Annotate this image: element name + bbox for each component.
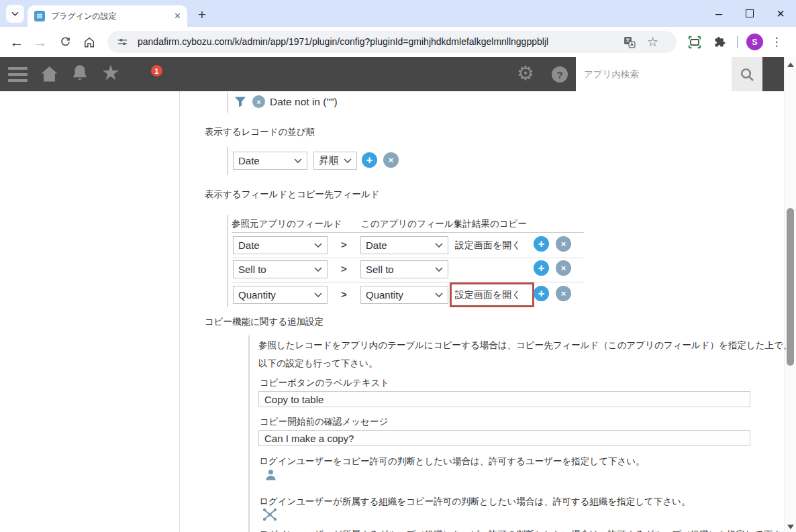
target-field-value: Quantity: [366, 289, 403, 301]
user-permission-note: ログインユーザーをコピー許可の判断としたい場合は、許可するユーザーを指定して下さ…: [259, 456, 645, 468]
sort-block-border: [227, 147, 228, 175]
chevron-down-icon: [11, 8, 19, 20]
source-field-select[interactable]: Quantity: [233, 286, 328, 304]
chevron-down-icon: [435, 267, 443, 272]
screen-capture-icon[interactable]: [686, 27, 703, 57]
sort-section-heading: 表示するレコードの並び順: [205, 126, 315, 138]
forward-button: →: [32, 27, 49, 57]
remove-row-button[interactable]: ×: [556, 236, 571, 252]
browser-tab[interactable]: プラグインの設定 ×: [28, 5, 187, 27]
add-row-button[interactable]: +: [534, 286, 549, 301]
back-button[interactable]: ←: [8, 27, 26, 57]
hamburger-menu-icon[interactable]: [8, 67, 28, 85]
app-home-icon[interactable]: [39, 64, 60, 87]
tab-close-icon[interactable]: ×: [175, 11, 181, 21]
arrow-right-icon: >: [341, 263, 347, 274]
app-toolbar: 1 ★ ⚙ ?: [0, 57, 784, 91]
browser-menu-icon[interactable]: ⋮: [770, 27, 783, 57]
copy-section-heading: コピー機能に関する追加設定: [205, 316, 324, 328]
tab-strip: プラグインの設定 × + – ×: [0, 0, 796, 27]
help-icon[interactable]: ?: [552, 66, 568, 83]
add-sort-button[interactable]: +: [362, 152, 377, 168]
vertical-scrollbar[interactable]: [784, 57, 796, 532]
browser-toolbar: ← → pandafirm.cybozu.com/k/admin/app/197…: [0, 27, 796, 57]
filter-block-border: [227, 93, 228, 113]
refresh-icon[interactable]: [56, 27, 74, 57]
remove-row-button[interactable]: ×: [556, 260, 571, 276]
button-label-input[interactable]: [258, 391, 750, 407]
arrow-right-icon: >: [341, 288, 347, 300]
group-permission-note: ログインユーザーが所属するグループ（役職）をコピー許可の判断としたい場合は、許可…: [259, 529, 796, 532]
notifications-bell-icon[interactable]: 1: [70, 63, 90, 86]
settings-gear-icon[interactable]: ⚙: [517, 62, 534, 85]
filter-funnel-icon[interactable]: [234, 96, 247, 111]
chevron-down-icon: [314, 292, 322, 298]
org-permission-note: ログインユーザーが所属する組織をコピー許可の判断としたい場合は、許可する組織を指…: [259, 496, 690, 508]
chevron-down-icon: [294, 158, 302, 164]
chevron-down-icon: [435, 292, 443, 298]
button-label-caption: コピーボタンのラベルテキスト: [260, 377, 389, 389]
copy-description-line1: 参照したレコードをアプリ内のテーブルにコピーする場合は、コピー先フィールド（この…: [258, 339, 792, 352]
source-field-value: Date: [238, 240, 260, 251]
add-row-button[interactable]: +: [534, 260, 549, 276]
row-separator: [232, 258, 584, 258]
clipped-note-row: ログインユーザーが所属するグループ（役職）をコピー許可の判断としたい場合は、許可…: [259, 528, 796, 532]
window-maximize-button[interactable]: [734, 0, 765, 27]
window-close-button[interactable]: ×: [765, 0, 796, 27]
column-header-copy: 集計結果のコピー: [454, 218, 527, 230]
kintone-favicon-icon: [34, 11, 45, 21]
confirm-message-caption: コピー開始前の確認メッセージ: [260, 416, 388, 428]
chevron-down-icon: [314, 243, 322, 248]
target-field-select[interactable]: Sell to: [360, 260, 448, 278]
tab-search-button[interactable]: [6, 5, 24, 23]
source-field-select[interactable]: Sell to: [233, 260, 328, 278]
browser-window: プラグインの設定 × + – × ← → pandafirm.cybozu.co…: [0, 0, 796, 532]
remove-filter-icon[interactable]: ×: [252, 95, 265, 108]
new-tab-button[interactable]: +: [193, 6, 211, 23]
remove-row-button[interactable]: ×: [556, 286, 571, 301]
site-info-icon[interactable]: [116, 36, 129, 48]
copy-block-border: [248, 335, 250, 532]
organization-picker-icon[interactable]: [262, 507, 278, 525]
window-minimize-button[interactable]: –: [703, 0, 734, 27]
search-button[interactable]: [732, 57, 762, 91]
source-field-value: Quantity: [238, 289, 276, 301]
notification-badge: 1: [151, 65, 162, 76]
bookmark-star-icon[interactable]: ☆: [647, 36, 658, 48]
translate-icon[interactable]: [623, 36, 636, 49]
scroll-up-icon[interactable]: [787, 62, 794, 67]
target-field-value: Sell to: [366, 264, 394, 275]
sort-field-value: Date: [238, 155, 260, 166]
user-picker-icon[interactable]: [264, 468, 278, 485]
app-search-input[interactable]: [576, 57, 732, 91]
fields-section-heading: 表示するフィールドとコピー先フィールド: [205, 189, 380, 201]
search-icon: [739, 66, 755, 83]
window-controls: – ×: [703, 0, 796, 27]
sort-field-select[interactable]: Date: [233, 152, 307, 170]
favorites-star-icon[interactable]: ★: [101, 60, 120, 85]
column-header-target: このアプリのフィールド: [361, 218, 463, 230]
target-field-select[interactable]: Quantity: [360, 286, 448, 304]
filter-condition-text: Date not in (""): [270, 96, 338, 108]
url-text[interactable]: pandafirm.cybozu.com/k/admin/app/1971/pl…: [138, 31, 548, 53]
home-icon[interactable]: [81, 27, 98, 57]
sort-order-value: 昇順: [319, 154, 339, 167]
highlight-red-box: 設定画面を開く: [450, 282, 534, 307]
arrow-right-icon: >: [341, 239, 347, 250]
extensions-puzzle-icon[interactable]: [711, 27, 728, 57]
open-settings-link[interactable]: 設定画面を開く: [455, 289, 521, 301]
target-field-select[interactable]: Date: [360, 236, 448, 254]
source-field-select[interactable]: Date: [233, 236, 328, 254]
confirm-message-input[interactable]: [258, 430, 750, 446]
address-bar[interactable]: pandafirm.cybozu.com/k/admin/app/1971/pl…: [107, 31, 677, 53]
sort-order-select[interactable]: 昇順: [313, 152, 357, 170]
profile-avatar[interactable]: S: [746, 34, 763, 50]
toolbar-divider: [737, 36, 738, 48]
tab-title: プラグインの設定: [51, 11, 170, 22]
open-settings-link[interactable]: 設定画面を開く: [455, 240, 521, 252]
target-field-value: Date: [366, 240, 387, 251]
remove-sort-button[interactable]: ×: [383, 152, 399, 168]
add-row-button[interactable]: +: [534, 236, 549, 252]
chevron-down-icon: [435, 243, 443, 248]
fields-block-border: [227, 215, 228, 307]
